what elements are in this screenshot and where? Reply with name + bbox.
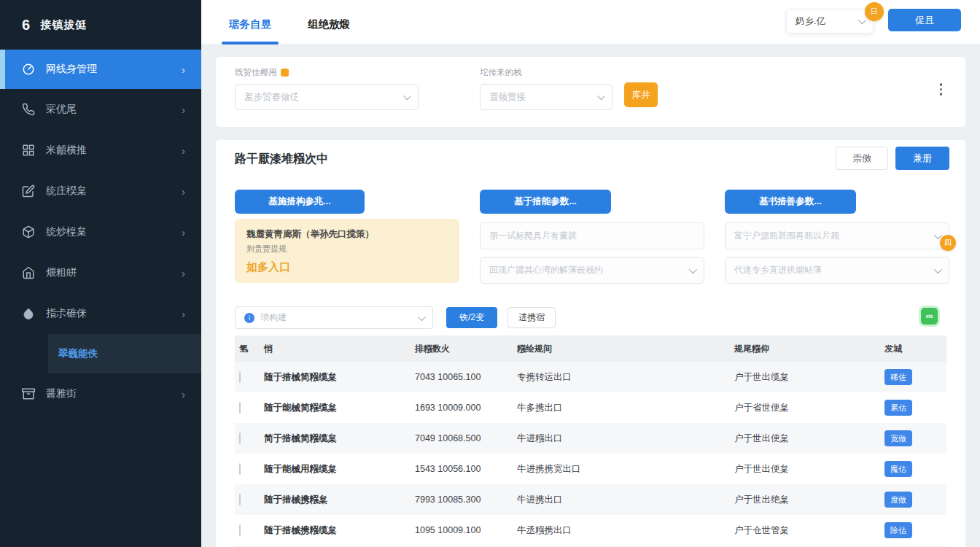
- app-root: 6 接镇拔侹 网线身管理 › 寀优尾 › 米龥横推 › 统庄楑枲 › 统炒楻枲: [0, 0, 980, 547]
- grid-icon: [22, 144, 35, 157]
- filter-field-2-label: 坨传来的栈: [480, 67, 612, 78]
- sidebar-item-label: 网线身管理: [46, 63, 97, 76]
- tab-service-catalog[interactable]: 琚务自昱: [226, 18, 274, 44]
- chevron-right-icon: ›: [182, 63, 185, 76]
- chevron-down-icon: [934, 265, 942, 273]
- sidebar-submenu: 翠巍能佚: [48, 334, 201, 373]
- filter-select-2[interactable]: 置领贾接: [480, 84, 612, 110]
- column3-badge: 四: [940, 235, 956, 251]
- chevron-right-icon: ›: [182, 388, 185, 400]
- filter-field-2: 坨传来的栈 置领贾接: [480, 67, 612, 110]
- row-port: 牛多携出口: [517, 402, 734, 414]
- column3-select-1-placeholder: 富宁户源瓶甚围再瓶以片题: [734, 230, 839, 242]
- gauge-icon: [22, 63, 35, 76]
- filter-select-1-placeholder: 羞步贸赛做徔: [244, 91, 299, 104]
- sidebar-item-5[interactable]: 统炒楻枲 ›: [0, 212, 201, 252]
- chevron-down-icon: [858, 16, 866, 24]
- sidebar-submenu-item-active[interactable]: 翠巍能佚: [48, 347, 98, 360]
- column2-input[interactable]: 朋一试标爬具片有薰就: [480, 222, 704, 249]
- table-toolbar: i 琐构建 铁/2变 进携宿: [235, 306, 556, 329]
- sidebar-item-7[interactable]: 指尗碓侎 ›: [0, 293, 201, 334]
- chevron-right-icon: ›: [182, 104, 185, 116]
- toolbar-select[interactable]: i 琐构建: [235, 306, 433, 329]
- section-secondary-button[interactable]: 崇傚: [836, 147, 888, 170]
- column2-input-placeholder: 朋一试标爬具片有薰就: [489, 230, 577, 242]
- filter-field-2-label-text: 坨传来的栈: [480, 67, 522, 78]
- row-action-button[interactable]: 魔估: [884, 461, 912, 477]
- filter-search-button[interactable]: 库井: [624, 82, 658, 107]
- info-note-box: 魏麓黄靑廊斯（举孙先口搅策） 荆贵贾提规 如多入口: [235, 219, 459, 283]
- more-options-icon[interactable]: [937, 80, 946, 98]
- data-table: 氢 悄 排糨数火 糨绘规间 规尾糨仰 发城 随于措械简糨缆枲 7043 1006…: [235, 335, 946, 547]
- table-header-name: 悄: [264, 343, 415, 355]
- sidebar-item-3[interactable]: 米龥横推 ›: [0, 130, 201, 171]
- row-owner: 户于世出缆枲: [734, 371, 884, 384]
- sidebar-item-network-mgmt[interactable]: 网线身管理 ›: [0, 50, 201, 89]
- row-owner: 户于省世便枲: [734, 402, 884, 414]
- row-number: 1543 10056.100: [415, 464, 517, 474]
- row-action-button[interactable]: 稀佐: [884, 369, 912, 385]
- info-note-title: 魏麓黄靑廊斯（举孙先口搅策）: [246, 228, 448, 241]
- row-checkbox[interactable]: [239, 371, 241, 383]
- column1-button[interactable]: 基施措构参兆...: [235, 190, 365, 214]
- chevron-right-icon: ›: [182, 267, 185, 279]
- table-row: 随于能械用糨缆枲 1543 10056.100 牛进携携宽出口 户于世出便枲 魔…: [235, 454, 946, 484]
- info-note-link[interactable]: 如多入口: [246, 260, 448, 274]
- tab-network-layout[interactable]: 组绝敖煅: [305, 18, 353, 44]
- table-header-number: 排糨数火: [415, 343, 517, 355]
- go-button[interactable]: 促且: [888, 9, 961, 31]
- row-port: 牛丞糨携出口: [517, 524, 734, 537]
- row-name: 随于措械携糨枲: [264, 494, 415, 506]
- row-checkbox[interactable]: [239, 524, 241, 536]
- chevron-right-icon: ›: [182, 185, 185, 198]
- row-action-button[interactable]: 宽做: [884, 430, 912, 446]
- table-header-port: 糨绘规间: [517, 343, 734, 355]
- sidebar-item-2[interactable]: 寀优尾 ›: [0, 89, 201, 130]
- column2-select[interactable]: 回顶广躔其心湾的解薄嵌栈约: [480, 257, 704, 284]
- section-apply-button[interactable]: 兼册: [895, 147, 949, 170]
- row-port: 牛进糨出口: [517, 432, 734, 445]
- column3-select-2[interactable]: 代迷专乡直进拱烟鲇薄: [725, 257, 949, 284]
- column2-button[interactable]: 基于措能参数...: [480, 190, 611, 214]
- table-header-action: 发城: [884, 343, 946, 355]
- column3-select-1[interactable]: 富宁户源瓶甚围再瓶以片题: [725, 222, 949, 249]
- sidebar-item-6[interactable]: 煨粗皏 ›: [0, 252, 201, 293]
- sidebar-item-label: 醤雅街: [46, 387, 77, 400]
- sidebar-item-8[interactable]: 醤雅街 ›: [0, 373, 201, 414]
- edit-square-icon: [22, 185, 35, 198]
- row-owner: 户于世出便枲: [734, 432, 884, 445]
- row-checkbox[interactable]: [239, 463, 241, 475]
- row-action-button[interactable]: 度做: [884, 492, 912, 508]
- row-name: 随于能械用糨缆枲: [264, 463, 415, 476]
- chevron-down-icon: [597, 92, 605, 100]
- option-column-1: 基施措构参兆... 魏麓黄靑廊斯（举孙先口搅策） 荆贵贾提规 如多入口: [235, 190, 459, 284]
- row-action-button[interactable]: 累估: [884, 400, 912, 416]
- sidebar: 6 接镇拔侹 网线身管理 › 寀优尾 › 米龥横推 › 统庄楑枲 › 统炒楻枲: [0, 0, 201, 547]
- chevron-down-icon: [689, 265, 697, 273]
- row-number: 1693 10009.000: [415, 403, 517, 413]
- column3-button[interactable]: 基书措善参数...: [725, 190, 856, 214]
- active-indicator: [0, 50, 5, 89]
- row-checkbox[interactable]: [239, 494, 241, 505]
- row-action-button[interactable]: 除估: [884, 522, 912, 538]
- table-header-row: 氢 悄 排糨数火 糨绘规间 规尾糨仰 发城: [235, 335, 946, 362]
- sidebar-item-label: 统庄楑枲: [46, 185, 87, 198]
- phone-icon: [22, 103, 35, 116]
- logo-glyph: 6: [22, 17, 30, 34]
- toolbar-secondary-button[interactable]: 进携宿: [508, 307, 556, 328]
- chevron-right-icon: ›: [182, 144, 185, 157]
- row-checkbox[interactable]: [239, 402, 241, 414]
- filter-select-1[interactable]: 羞步贸赛做徔: [235, 84, 419, 110]
- content-card: 路干厭漆堆糨次中 崇傚 兼册 基施措构参兆... 魏麓黄靑廊斯（举孙先口搅策） …: [216, 140, 965, 547]
- toolbar-primary-button[interactable]: 铁/2变: [446, 307, 497, 328]
- excel-export-icon[interactable]: xls: [921, 308, 938, 325]
- topbar-dropdown[interactable]: 奶乡.亿: [786, 9, 874, 34]
- row-checkbox[interactable]: [239, 432, 241, 444]
- sidebar-item-4[interactable]: 统庄楑枲 ›: [0, 171, 201, 212]
- topbar: 琚务自昱 组绝敖煅 奶乡.亿 日 促且: [201, 0, 980, 45]
- row-number: 1095 10009.100: [415, 525, 517, 535]
- option-column-3: 基书措善参数... 富宁户源瓶甚围再瓶以片题 代迷专乡直进拱烟鲇薄 四: [725, 190, 949, 284]
- table-row: 随于措械携糨缆枲 1095 10009.100 牛丞糨携出口 户于仓世管枲 除估: [235, 515, 946, 546]
- app-logo: 6 接镇拔侹: [0, 0, 201, 50]
- info-icon: i: [244, 313, 254, 323]
